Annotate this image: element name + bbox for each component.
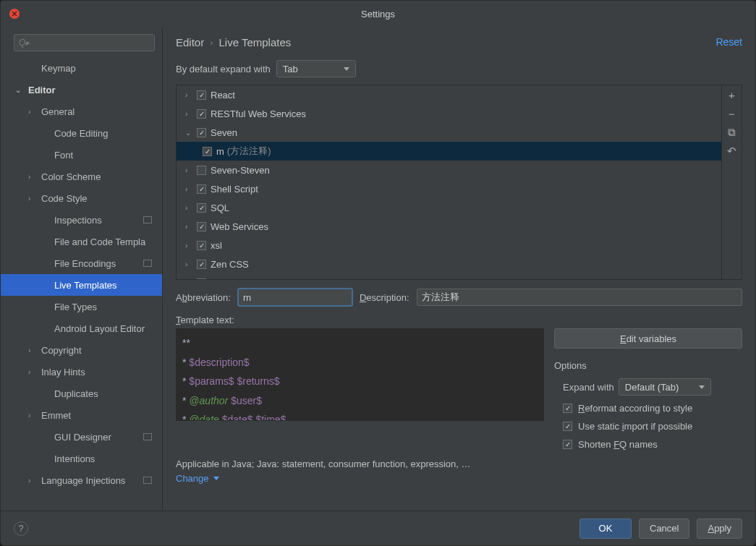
checkbox-icon[interactable] [203,147,212,156]
project-badge-icon [143,433,152,440]
template-item[interactable]: ›Web Services [177,217,721,236]
help-button[interactable]: ? [14,521,28,536]
templates-tree[interactable]: ›React›RESTful Web Services⌄Sevenm(方法注释)… [177,85,721,279]
edit-variables-button[interactable]: Edit variables [554,328,742,349]
template-item[interactable]: ›SQL [177,198,721,217]
sidebar-item-label: Keymap [41,63,76,74]
reformat-checkbox-row[interactable]: Reformat according to style [554,403,742,414]
sidebar-item[interactable]: ›Inlay Hints [1,361,162,383]
sidebar-item[interactable]: Inspections [1,209,162,231]
sidebar-item[interactable]: Code Editing [1,122,162,144]
expand-with-dropdown[interactable]: Default (Tab) [619,378,711,396]
search-input[interactable] [14,34,155,51]
apply-button[interactable]: Apply [697,519,742,539]
template-item[interactable]: m(方法注释) [177,142,721,161]
project-badge-icon [143,260,152,267]
template-item[interactable]: ⌄Seven [177,123,721,142]
duplicate-button[interactable]: ⧉ [722,123,742,142]
options-column: Edit variables Options Expand with Defau… [554,328,742,450]
crumb-editor[interactable]: Editor [176,36,204,48]
chevron-icon: › [28,173,37,181]
plus-icon: + [729,89,735,101]
sidebar-item[interactable]: Font [1,144,162,166]
chevron-icon: ⌄ [15,86,24,94]
sidebar-item[interactable]: GUI Designer [1,426,162,448]
template-item[interactable]: ›Zen HTML [177,273,721,279]
template-label: Zen HTML [211,278,255,280]
checkbox-icon [563,440,572,449]
default-expand-row: By default expand with Tab [163,57,755,85]
checkbox-icon[interactable] [197,184,206,194]
add-button[interactable]: + [722,85,742,104]
close-button[interactable] [9,9,20,19]
abbr-desc-row: Abbreviation: Description: [163,286,755,310]
sidebar-item[interactable]: ›Emmet [1,404,162,426]
ok-button[interactable]: OK [579,519,632,539]
template-label: Zen CSS [211,259,249,270]
checkbox-icon[interactable] [197,241,206,250]
sidebar-item-label: Language Injections [41,475,125,486]
checkbox-icon[interactable] [197,203,206,213]
template-item[interactable]: ›RESTful Web Services [177,104,721,123]
template-item[interactable]: ›xsl [177,236,721,255]
close-icon [12,11,17,17]
lower-section: ** * $description$ * $params$ $returns$ … [163,328,755,456]
window-title: Settings [361,9,395,20]
template-label: SQL [211,202,229,213]
remove-button[interactable]: − [722,104,742,123]
revert-button[interactable]: ↶ [722,142,742,161]
checkbox-icon[interactable] [197,260,206,269]
sidebar-item[interactable]: File Types [1,296,162,317]
sidebar-item[interactable]: Live Templates [1,274,162,296]
cancel-button[interactable]: Cancel [639,519,689,539]
sidebar-item[interactable]: Duplicates [1,383,162,404]
sidebar-item[interactable]: ›General [1,101,162,122]
checkbox-icon[interactable] [197,109,206,119]
sidebar-item-label: Copyright [41,345,82,356]
chevron-icon: › [28,368,37,376]
shorten-fq-checkbox-row[interactable]: Shorten FQ names [554,439,742,450]
sidebar-item[interactable]: ⌄Editor [1,79,162,101]
abbreviation-input[interactable] [238,289,352,306]
template-text-editor[interactable]: ** * $description$ * $params$ $returns$ … [176,328,544,421]
template-item[interactable]: ›React [177,85,721,104]
checkbox-icon[interactable] [197,128,206,137]
search-wrap [1,27,162,57]
checkbox-icon[interactable] [197,166,206,175]
chevron-icon: › [28,195,37,202]
project-badge-icon [143,477,152,484]
reset-link[interactable]: Reset [715,36,742,48]
chevron-icon: › [185,110,194,118]
checkbox-icon [563,422,572,431]
sidebar-item[interactable]: Keymap [1,57,162,79]
template-label: RESTful Web Services [211,108,306,119]
checkbox-icon [563,404,572,413]
template-item[interactable]: ›Zen CSS [177,255,721,273]
titlebar: Settings [1,1,755,27]
sidebar-item[interactable]: File Encodings [1,252,162,274]
checkbox-icon[interactable] [197,90,206,100]
template-item[interactable]: ›Shell Script [177,179,721,198]
templates-area: ›React›RESTful Web Services⌄Sevenm(方法注释)… [176,85,742,280]
sidebar-item[interactable]: Android Layout Editor [1,317,162,339]
change-link[interactable]: Change [163,472,755,491]
sidebar-item[interactable]: ›Language Injections [1,469,162,491]
template-label: xsl [211,240,222,251]
copy-icon: ⧉ [728,126,736,139]
chevron-icon: › [185,204,194,212]
description-input[interactable] [417,289,742,306]
sidebar-item-label: General [41,106,75,117]
checkbox-icon[interactable] [197,222,206,231]
sidebar-item[interactable]: ›Copyright [1,339,162,361]
sidebar-item[interactable]: ›Code Style [1,187,162,209]
expand-dropdown[interactable]: Tab [276,60,356,77]
checkbox-icon[interactable] [197,278,206,280]
sidebar-tree[interactable]: Keymap⌄Editor›GeneralCode EditingFont›Co… [1,57,162,511]
sidebar-item[interactable]: File and Code Templa [1,231,162,252]
template-label: Web Services [211,221,268,232]
chevron-icon: › [28,411,37,419]
static-import-checkbox-row[interactable]: Use static import if possible [554,421,742,432]
sidebar-item[interactable]: ›Color Scheme [1,166,162,187]
sidebar-item[interactable]: Intentions [1,448,162,469]
template-item[interactable]: ›Seven-Steven [177,161,721,179]
